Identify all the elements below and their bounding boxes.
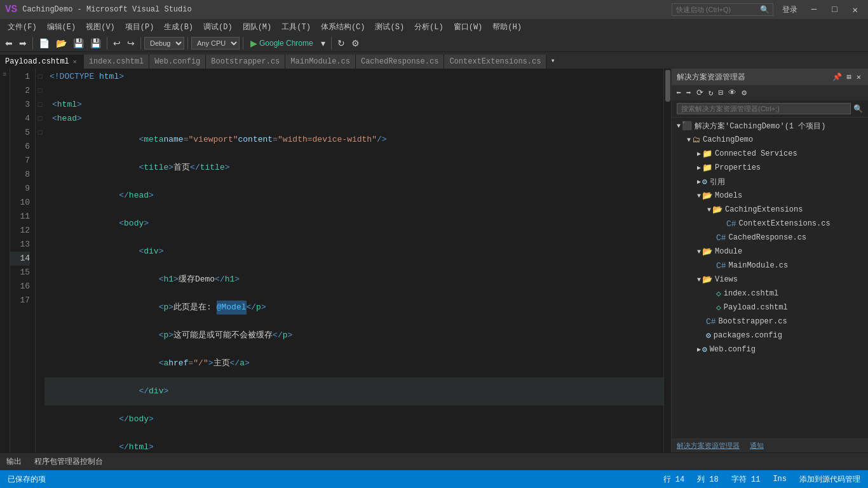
se-show-all-button[interactable]: 👁	[726, 88, 738, 98]
se-node-contextextensions-cs[interactable]: C# ContextExtensions.cs	[672, 217, 868, 231]
login-button[interactable]: 登录	[778, 3, 801, 17]
tab-contextextensions-cs[interactable]: ContextExtensions.cs	[444, 55, 546, 69]
cshtml-file-icon: ◇	[716, 288, 721, 299]
se-pin-button[interactable]: 📌	[831, 72, 844, 83]
se-node-payload-cshtml[interactable]: ◇ Payload.cshtml	[672, 301, 868, 315]
menu-window[interactable]: 窗口(W)	[449, 20, 488, 34]
se-node-views[interactable]: ▼ 📂 Views	[672, 273, 868, 287]
se-search-input[interactable]	[677, 103, 851, 114]
se-node-packages-config[interactable]: ⚙ packages.config	[672, 329, 868, 342]
run-button[interactable]: ▶ Google Chrome	[247, 37, 317, 50]
se-close-button[interactable]: ✕	[855, 72, 863, 83]
se-project[interactable]: ▼ 🗂 CachingDemo	[672, 133, 868, 147]
se-item-label: Payload.cshtml	[724, 303, 788, 312]
quick-launch-input[interactable]	[672, 3, 773, 16]
menu-analyze[interactable]: 分析(L)	[409, 20, 449, 34]
se-footer-link-notify[interactable]: 通知	[750, 441, 764, 451]
se-forward-button[interactable]: ➡	[684, 87, 693, 98]
se-collapse-button[interactable]: ⊟	[716, 87, 725, 98]
tabs-bar: Payload.cshtml ✕ index.cshtml Web.config…	[0, 52, 868, 69]
menu-help[interactable]: 帮助(H)	[487, 20, 527, 34]
tab-index-cshtml[interactable]: index.cshtml	[84, 55, 149, 69]
tab-cachedresponse-cs[interactable]: CachedResponse.cs	[356, 55, 444, 69]
menu-debug[interactable]: 调试(D)	[198, 20, 238, 34]
tab-close-icon[interactable]: ✕	[72, 57, 78, 66]
new-file-button[interactable]: 📄	[36, 37, 52, 50]
code-line: <title>首页</title>	[44, 154, 663, 182]
forward-button[interactable]: ➡	[17, 37, 29, 50]
minimize-button[interactable]: ─	[806, 3, 822, 16]
run-dropdown-button[interactable]: ▾	[318, 37, 328, 50]
folder-icon: 📂	[702, 274, 712, 285]
menu-test[interactable]: 测试(S)	[370, 20, 409, 34]
fold-indicators: □□□□□	[36, 69, 44, 452]
code-line: </html>	[44, 433, 663, 452]
se-refresh-button[interactable]: ↻	[707, 87, 715, 98]
code-editor[interactable]: <!DOCTYPE html> <html> <head> <meta name…	[44, 69, 663, 452]
code-line: <!DOCTYPE html>	[44, 70, 663, 84]
menu-team[interactable]: 团队(M)	[238, 20, 277, 34]
tab-bootstrapper-cs[interactable]: Bootstrapper.cs	[206, 55, 285, 69]
se-sync-button[interactable]: ⟳	[695, 87, 705, 98]
tabs-overflow-button[interactable]: ▾	[546, 56, 559, 65]
cs-file-icon: C#	[716, 233, 726, 243]
config-file-icon: ⚙	[702, 344, 707, 355]
se-node-cachedresponse-cs[interactable]: C# CachedResponse.cs	[672, 231, 868, 245]
tab-web-config[interactable]: Web.config	[149, 55, 206, 69]
bottom-tab-package-manager[interactable]: 程序包管理器控制台	[28, 454, 109, 470]
menu-file[interactable]: 文件(F)	[3, 20, 42, 34]
tab-mainmodule-cs[interactable]: MainModule.cs	[285, 55, 356, 69]
solution-icon: ⬛	[682, 121, 692, 131]
menu-bar: 文件(F) 编辑(E) 视图(V) 项目(P) 生成(B) 调试(D) 团队(M…	[0, 19, 868, 34]
se-footer-link-explorer[interactable]: 解决方案资源管理器	[677, 441, 740, 451]
more-tools-button[interactable]: ⚙	[349, 37, 362, 50]
line-numbers: 1 2 3 4 5 6 7 8 9 10 11 12 13 14 15 16 1…	[10, 69, 36, 452]
platform-select[interactable]: Any CPU	[191, 37, 240, 50]
close-button[interactable]: ✕	[848, 3, 863, 17]
menu-build[interactable]: 生成(B)	[159, 20, 198, 34]
se-node-index-cshtml[interactable]: ◇ index.cshtml	[672, 287, 868, 301]
se-item-label: index.cshtml	[724, 289, 778, 298]
save-button[interactable]: 💾	[71, 37, 86, 50]
maximize-button[interactable]: □	[827, 3, 842, 16]
se-dock-button[interactable]: ⊞	[845, 72, 853, 83]
se-node-models[interactable]: ▼ 📂 Models	[672, 189, 868, 203]
menu-tools[interactable]: 工具(T)	[276, 20, 316, 34]
se-node-bootstrapper-cs[interactable]: C# Bootstrapper.cs	[672, 315, 868, 329]
undo-button[interactable]: ↩	[111, 37, 123, 50]
save-all-button[interactable]: 💾	[88, 37, 104, 50]
refresh-button[interactable]: ↻	[335, 37, 348, 50]
se-node-cachingextensions[interactable]: ▼ 📂 CachingExtensions	[672, 203, 868, 217]
menu-arch[interactable]: 体系结构(C)	[316, 20, 370, 34]
code-line-current: </div>	[44, 377, 663, 405]
menu-project[interactable]: 项目(P)	[120, 20, 159, 34]
tab-payload-cshtml[interactable]: Payload.cshtml ✕	[0, 55, 84, 69]
bottom-tab-output[interactable]: 输出	[0, 454, 28, 470]
se-node-web-config[interactable]: ▶ ⚙ Web.config	[672, 342, 868, 356]
status-saved[interactable]: 已保存的项	[5, 473, 48, 486]
menu-edit[interactable]: 编辑(E)	[42, 20, 81, 34]
se-item-label: CachingExtensions	[725, 205, 803, 214]
se-node-module[interactable]: ▼ 📂 Module	[672, 245, 868, 259]
se-item-label: Models	[715, 191, 742, 200]
status-bar: 已保存的项 行 14 列 18 字符 11 Ins 添加到源代码管理	[0, 470, 868, 488]
se-search-icon: 🔍	[853, 104, 863, 114]
status-insert-mode: Ins	[770, 473, 789, 485]
se-back-button[interactable]: ⬅	[674, 87, 683, 98]
debug-config-select[interactable]: Debug	[144, 37, 184, 50]
bottom-tabs: 输出 程序包管理器控制台	[0, 452, 868, 470]
title-bar: VS CachingDemo - Microsoft Visual Studio…	[0, 0, 868, 19]
se-solution-root[interactable]: ▼ ⬛ 解决方案'CachingDemo'(1 个项目)	[672, 119, 868, 133]
se-node-connected-services[interactable]: ▶ 📁 Connected Services	[672, 147, 868, 161]
menu-view[interactable]: 视图(V)	[81, 20, 120, 34]
open-file-button[interactable]: 📂	[53, 37, 69, 50]
back-button[interactable]: ⬅	[3, 37, 15, 50]
redo-button[interactable]: ↪	[125, 37, 137, 50]
minimap[interactable]	[663, 69, 671, 452]
se-settings-button[interactable]: ⚙	[740, 87, 749, 98]
status-add-to-repo[interactable]: 添加到源代码管理	[797, 473, 863, 486]
se-node-mainmodule-cs[interactable]: C# MainModule.cs	[672, 259, 868, 273]
se-node-references[interactable]: ▶ ⚙ 引用	[672, 175, 868, 189]
se-node-properties[interactable]: ▶ 📁 Properties	[672, 161, 868, 175]
cs-file-icon: C#	[716, 261, 726, 271]
